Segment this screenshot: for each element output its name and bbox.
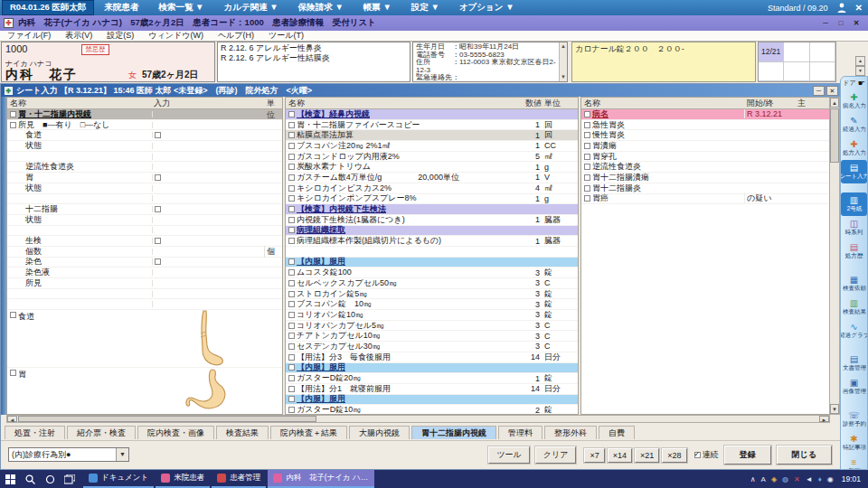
tray-folder-icon[interactable]: ◈ [771,475,777,483]
menubar-item[interactable]: ウィンドウ(W) [141,30,211,42]
vertical-scrollbar[interactable]: ▲▼ [829,97,840,415]
task-view-icon[interactable] [60,470,80,488]
sidebar-button[interactable]: ▥ 2号紙 [841,192,867,216]
finding-row[interactable]: 状態 [7,215,282,226]
tool-button[interactable]: ツール [488,446,529,464]
top-menu-item[interactable]: 帳票 ▼ [354,2,401,14]
sidebar-button[interactable]: ≡ 印刷 [841,455,867,469]
finding-row[interactable] [7,289,282,300]
category-dropdown[interactable]: (内)診療行為別● ▼ [8,447,129,462]
row-checkbox[interactable] [10,122,16,128]
row-checkbox[interactable] [288,174,295,181]
sheet-minimize-icon[interactable]: ─ [813,86,825,96]
row-checkbox[interactable] [288,396,295,402]
top-menu-item[interactable]: 設定 ▼ [401,2,449,14]
info-scrollbar[interactable]: ▲▼ [559,42,567,81]
sidebar-button[interactable]: ▥ 検査結果 [841,296,867,319]
row-checkbox[interactable] [288,227,295,233]
menubar-item[interactable]: 表示(V) [58,30,99,42]
row-checkbox[interactable] [288,195,295,202]
row-checkbox[interactable] [288,375,295,381]
input-checkbox[interactable] [155,258,161,265]
multiplier-button[interactable]: ×28 [662,448,686,463]
sidebar-button[interactable]: ∿ 経過グラフ [841,319,867,343]
row-checkbox[interactable] [288,333,295,339]
sidebar-button[interactable]: ✎ 経過入力 [841,113,867,136]
row-checkbox[interactable] [288,122,295,128]
input-checkbox[interactable] [155,238,161,244]
taskbar-app-button[interactable]: 来院患者 [156,470,210,488]
hidden-icons-chevron[interactable]: ∧ [750,475,756,483]
row-checkbox[interactable] [288,185,295,192]
sidebar-button[interactable]: ▦ 検査依頼 [841,272,867,296]
horizontal-scrollbar[interactable]: ◄► [6,415,830,423]
sheet-tab[interactable]: 管理料 [498,426,542,439]
top-menu-item[interactable]: 来院患者 [94,2,148,14]
top-menu-item[interactable]: オプション ▼ [449,2,524,14]
row-checkbox[interactable] [584,122,590,128]
input-checkbox[interactable] [155,174,161,181]
taskbar-app-button[interactable]: 内科 花子(ナイカ ハナコ) … [268,470,374,488]
menubar-item[interactable]: ファイル(F) [0,30,58,42]
diagnosis-row[interactable]: 胃癌 の疑い [581,194,829,205]
sheet-tab[interactable]: 自費 [599,426,635,439]
sheet-tab[interactable]: 処置・注射 [5,426,65,439]
sidebar-button[interactable] [841,343,867,352]
sidebar-button[interactable]: ▤ 文書管理 [841,352,867,375]
row-checkbox[interactable] [10,312,16,318]
sidebar-button[interactable] [841,183,867,192]
tray-globe-icon[interactable]: ◉ [827,475,834,483]
taskbar-app-button[interactable]: ドキュメント [83,470,154,488]
sheet-tab[interactable]: 紹介票・検査 [67,426,136,439]
app-close-icon[interactable]: ✕ [855,3,863,13]
maximize-icon[interactable]: □ [835,18,847,29]
input-checkbox[interactable] [155,206,161,212]
finding-row[interactable]: 状態 [7,141,282,152]
sidebar-button[interactable]: ▤ 処方歴 [841,239,867,263]
sheet-tab[interactable]: 院内検査・画像 [137,426,214,439]
row-checkbox[interactable] [288,312,295,318]
checkbox-checked-icon[interactable] [694,452,701,458]
sheet-tab[interactable]: 院内検査＋結果 [270,426,347,439]
sidebar-button[interactable] [841,263,867,272]
row-checkbox[interactable] [288,164,295,170]
top-menu-item[interactable]: カルテ関連 ▼ [214,2,288,14]
sheet-tab[interactable]: 胃十二指腸内視鏡 [411,426,496,439]
row-checkbox[interactable] [288,206,295,212]
start-button[interactable] [0,470,20,488]
row-checkbox[interactable] [288,143,295,149]
sheet-tab[interactable]: 整形外科 [544,426,597,439]
sidebar-button[interactable]: ◫ 時系列 [841,216,867,239]
row-checkbox[interactable] [288,323,295,329]
row-checkbox[interactable] [584,195,590,202]
row-checkbox[interactable] [288,280,295,286]
row-checkbox[interactable] [288,291,295,297]
row-checkbox[interactable] [584,164,590,170]
sheet-tab[interactable]: 大腸内視鏡 [349,426,410,439]
taskbar-app-button[interactable]: 患者管理 [212,470,266,488]
sidebar-button[interactable]: ▤ シート入力 [841,160,867,183]
sidebar-button[interactable] [841,399,867,408]
multiplier-button[interactable]: ×21 [635,448,659,463]
finding-row[interactable]: 所見 [7,278,282,289]
sidebar-button[interactable]: ✚ 病名入力 [841,89,867,113]
row-checkbox[interactable] [584,111,590,117]
multiplier-button[interactable]: ×7 [584,448,604,463]
row-checkbox[interactable] [288,386,295,392]
finding-row[interactable] [7,299,282,310]
top-menu-item[interactable]: 検索一覧 ▼ [148,2,213,14]
stomach-row[interactable]: 胃 [7,368,282,415]
sidebar-button[interactable]: ☏ 診察予約 [841,408,867,431]
menubar-item[interactable]: ツール(T) [261,30,311,42]
ime-indicator[interactable]: A [761,475,766,483]
close-icon[interactable]: ✕ [850,18,863,29]
row-checkbox[interactable] [288,132,295,138]
chevron-down-icon[interactable]: ▼ [116,448,128,461]
row-checkbox[interactable] [288,364,295,371]
multiplier-button[interactable]: ×14 [608,448,632,463]
input-checkbox[interactable] [155,132,161,138]
close-button[interactable]: 閉じる [777,446,832,465]
sidebar-button[interactable]: ▣ 画像管理 [841,375,867,399]
row-checkbox[interactable] [584,143,590,149]
row-checkbox[interactable] [288,301,295,307]
